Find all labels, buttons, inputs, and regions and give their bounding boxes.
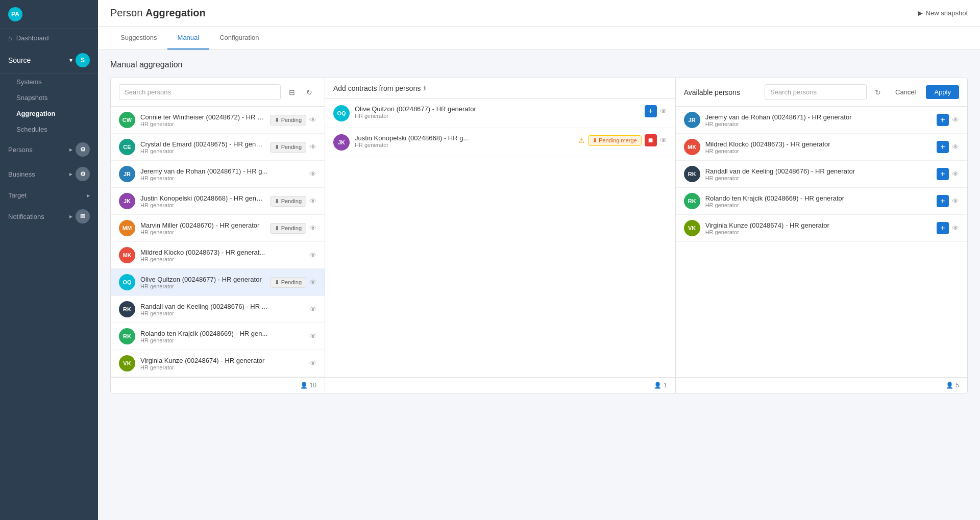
list-item[interactable]: RK Randall van de Keeling (00248676) - H… xyxy=(676,161,967,188)
person-name: Mildred Klocko (00248673) - HR generator xyxy=(705,140,932,148)
list-item[interactable]: RK Rolando ten Krajcik (00248669) - HR g… xyxy=(676,188,967,215)
sidebar-business[interactable]: Business ▸ ⚙ xyxy=(0,162,98,186)
sidebar-item-snapshots[interactable]: Snapshots xyxy=(0,90,98,106)
list-item[interactable]: RK Randall van de Keeling (00248676) - H… xyxy=(111,296,325,323)
person-name: Randall van de Keeling (00248676) - HR g… xyxy=(705,167,932,175)
sidebar-item-dashboard[interactable]: ⌂ Dashboard xyxy=(0,29,98,47)
right-search-input[interactable] xyxy=(765,84,867,100)
right-panel-title: Available persons xyxy=(684,88,740,96)
home-icon: ⌂ xyxy=(8,34,12,42)
eye-button[interactable]: 👁 xyxy=(309,224,316,232)
person-actions: ⬇ Pending 👁 xyxy=(270,223,316,234)
person-sub: HR generator xyxy=(140,337,304,343)
person-name: Marvin Miller (00248670) - HR generator xyxy=(140,221,265,229)
avatar: JR xyxy=(119,166,135,182)
add-to-selection-button[interactable]: + xyxy=(937,222,949,234)
eye-button[interactable]: 👁 xyxy=(309,305,316,313)
status-badge: ⬇ Pending xyxy=(270,196,306,207)
person-name: Jeremy van de Rohan (00248671) - HR gene… xyxy=(705,113,932,121)
person-name: Randall van de Keeling (00248676) - HR .… xyxy=(140,303,304,310)
person-sub: HR generator xyxy=(705,148,932,154)
eye-button[interactable]: 👁 xyxy=(309,251,316,259)
middle-panel: Add contracts from persons ℹ OQ Olive Qu… xyxy=(325,78,676,393)
person-name: Olive Quitzon (00248677) - HR generator xyxy=(140,276,265,283)
list-item[interactable]: MK Mildred Klocko (00248673) - HR genera… xyxy=(676,134,967,161)
add-person-button[interactable]: + xyxy=(645,105,657,117)
avatar: OQ xyxy=(119,274,135,290)
cancel-button[interactable]: Cancel xyxy=(889,86,922,98)
eye-button[interactable]: 👁 xyxy=(660,107,667,115)
list-item[interactable]: JK Justin Konopelski (00248668) - HR gen… xyxy=(111,188,325,215)
list-item[interactable]: MM Marvin Miller (00248670) - HR generat… xyxy=(111,215,325,242)
sidebar-persons[interactable]: Persons ▸ ⚙ xyxy=(0,137,98,162)
list-item[interactable]: JR Jeremy van de Rohan (00248671) - HR g… xyxy=(111,161,325,188)
filter-button[interactable]: ⊟ xyxy=(285,85,299,100)
tab-suggestions[interactable]: Suggestions xyxy=(110,27,167,49)
person-actions: 👁 xyxy=(309,332,316,340)
add-to-selection-button[interactable]: + xyxy=(937,168,949,180)
list-item[interactable]: CE Crystal de Emard (00248675) - HR gene… xyxy=(111,134,325,161)
sidebar-logo: PA xyxy=(0,0,98,29)
sidebar-item-systems[interactable]: Systems xyxy=(0,74,98,90)
refresh-button[interactable]: ↻ xyxy=(302,85,316,100)
eye-button[interactable]: 👁 xyxy=(309,197,316,205)
tab-manual[interactable]: Manual xyxy=(167,27,210,49)
person-sub: HR generator xyxy=(705,229,932,235)
remove-person-button[interactable]: ■ xyxy=(645,134,657,146)
eye-button[interactable]: 👁 xyxy=(952,170,959,178)
tabs-bar: Suggestions Manual Configuration xyxy=(98,27,980,50)
eye-button[interactable]: 👁 xyxy=(309,278,316,286)
person-name: Rolando ten Krajcik (00248669) - HR gene… xyxy=(705,194,932,202)
left-panel: ⊟ ↻ CW Connie ter Wintheiser (00248672) … xyxy=(111,78,325,393)
eye-button[interactable]: 👁 xyxy=(660,136,667,144)
eye-button[interactable]: 👁 xyxy=(952,197,959,205)
avatar: MM xyxy=(119,220,135,236)
list-item[interactable]: JR Jeremy van de Rohan (00248671) - HR g… xyxy=(676,107,967,134)
person-sub: HR generator xyxy=(140,256,304,262)
person-actions: ⚠ ⬇ Pending merge ■ 👁 xyxy=(578,134,667,146)
list-item[interactable]: OQ Olive Quitzon (00248677) - HR generat… xyxy=(111,269,325,296)
list-item[interactable]: VK Virginia Kunze (00248674) - HR genera… xyxy=(111,350,325,377)
sidebar-source[interactable]: Source ▾ S xyxy=(0,47,98,74)
person-sub: HR generator xyxy=(355,142,573,148)
eye-button[interactable]: 👁 xyxy=(309,332,316,340)
eye-button[interactable]: 👁 xyxy=(309,170,316,178)
tab-configuration[interactable]: Configuration xyxy=(209,27,269,49)
left-panel-footer: 👤 10 xyxy=(111,377,325,393)
sidebar-item-aggregation[interactable]: Aggregation xyxy=(0,106,98,121)
avatar: VK xyxy=(119,355,135,372)
eye-button[interactable]: 👁 xyxy=(309,143,316,151)
list-item[interactable]: RK Rolando ten Krajcik (00248669) - HR g… xyxy=(111,323,325,350)
person-sub: HR generator xyxy=(140,229,265,235)
list-item[interactable]: CW Connie ter Wintheiser (00248672) - HR… xyxy=(111,107,325,134)
person-name: Justin Konopelski (00248668) - HR g... xyxy=(355,134,573,142)
filter-icon: ⊟ xyxy=(289,88,295,96)
source-label: Source xyxy=(8,56,31,64)
persons-icon: ⚙ xyxy=(76,142,90,157)
person-sub: HR generator xyxy=(140,121,265,127)
apply-button[interactable]: Apply xyxy=(926,85,959,99)
person-name: Olive Quitzon (00248677) - HR generator xyxy=(355,105,640,113)
add-to-selection-button[interactable]: + xyxy=(937,195,949,207)
download-icon: ⬇ xyxy=(275,144,279,151)
eye-button[interactable]: 👁 xyxy=(952,116,959,124)
eye-button[interactable]: 👁 xyxy=(309,116,316,124)
list-item[interactable]: MK Mildred Klocko (00248673) - HR genera… xyxy=(111,242,325,269)
right-refresh-button[interactable]: ↻ xyxy=(871,85,885,100)
refresh-icon: ↻ xyxy=(306,88,312,96)
add-to-selection-button[interactable]: + xyxy=(937,141,949,153)
left-panel-header: ⊟ ↻ xyxy=(111,78,325,107)
eye-button[interactable]: 👁 xyxy=(952,224,959,232)
left-search-input[interactable] xyxy=(119,84,281,100)
list-item[interactable]: VK Virginia Kunze (00248674) - HR genera… xyxy=(676,215,967,242)
sidebar-target[interactable]: Target ▸ xyxy=(0,186,98,204)
sidebar-item-schedules[interactable]: Schedules xyxy=(0,121,98,137)
notifications-icon: ✉ xyxy=(76,209,90,224)
new-snapshot-button[interactable]: ▶ New snapshot xyxy=(918,9,968,17)
eye-button[interactable]: 👁 xyxy=(952,143,959,151)
add-to-selection-button[interactable]: + xyxy=(937,114,949,126)
main-body: Manual aggregation ⊟ ↻ xyxy=(98,50,980,520)
person-count-icon: 👤 xyxy=(946,382,953,389)
eye-button[interactable]: 👁 xyxy=(309,359,316,367)
sidebar-notifications[interactable]: Notifications ▸ ✉ xyxy=(0,204,98,229)
